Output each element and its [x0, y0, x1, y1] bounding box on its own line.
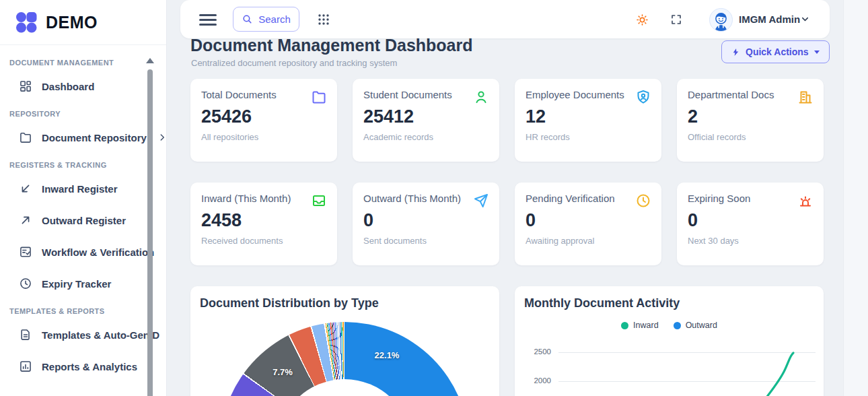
search-label: Search [258, 13, 291, 25]
stat-label: Expiring Soon [688, 193, 813, 204]
stat-value: 25412 [363, 106, 489, 127]
stat-sub: Awaiting approval [526, 236, 651, 246]
search-icon [242, 13, 253, 25]
theme-sun-icon[interactable] [636, 13, 649, 26]
donut-percent-label: 7.7% [273, 367, 293, 377]
stat-card-inward-month: Inward (This Month) 2458 Received docume… [190, 183, 337, 265]
page-subtitle: Centralized document repository and trac… [191, 58, 397, 68]
chart-card-distribution: Document Distribution by Type 22.1% 7.7% [190, 286, 499, 396]
chevron-right-icon [157, 133, 167, 142]
stat-value: 25426 [201, 106, 326, 127]
apps-grid-icon[interactable] [318, 13, 330, 26]
search-button[interactable]: Search [233, 7, 299, 32]
caret-down-icon [814, 51, 820, 54]
stat-card-pending-verification: Pending Verification 0 Awaiting approval [515, 183, 661, 265]
stats-row-1: Total Documents 25426 All repositories S… [190, 79, 824, 162]
user-avatar[interactable] [709, 8, 733, 32]
arrow-down-left-icon [19, 182, 32, 195]
sidebar-nav: DOCUMENT MANAGEMENT Dashboard REPOSITORY [0, 45, 166, 374]
user-icon [473, 89, 489, 105]
fullscreen-icon[interactable] [670, 13, 682, 26]
sidebar-item-reports-analytics[interactable]: Reports & Analytics [9, 358, 159, 374]
sidebar-item-label: Expiry Tracker [42, 278, 111, 290]
sidebar-item-templates[interactable]: Templates & Auto-Gen D [9, 327, 159, 343]
stat-sub: Official records [688, 132, 813, 142]
sidebar-item-label: Document Repository [42, 132, 147, 143]
stat-card-total-documents: Total Documents 25426 All repositories [190, 79, 337, 162]
stat-label: Outward (This Month) [363, 193, 489, 204]
stat-value: 0 [688, 210, 813, 231]
stat-sub: All repositories [201, 132, 326, 142]
nav-section-repository: REPOSITORY [9, 110, 159, 118]
stat-label: Employee Documents [526, 89, 651, 100]
nav-section-registers-tracking: REGISTERS & TRACKING [9, 161, 159, 169]
bar-chart-icon [19, 360, 32, 373]
brand-name: DEMO [46, 13, 98, 32]
stat-card-employee-documents: Employee Documents 12 HR records [515, 79, 661, 162]
stat-label: Departmental Docs [688, 89, 813, 100]
sidebar-item-expiry-tracker[interactable]: Expiry Tracker [9, 275, 159, 292]
nav-section-document-management: DOCUMENT MANAGEMENT [9, 59, 159, 67]
chart-title: Document Distribution by Type [200, 296, 379, 310]
stat-value: 2458 [201, 210, 326, 231]
folder-icon [311, 89, 327, 105]
stat-sub: Received documents [201, 236, 326, 246]
stat-card-departmental-docs: Departmental Docs 2 Official records [677, 79, 824, 162]
building-icon [797, 89, 813, 105]
sidebar-item-label: Workflow & Verification [42, 246, 154, 258]
stat-sub: Sent documents [363, 236, 489, 246]
stat-label: Inward (This Month) [201, 193, 326, 204]
checklist-icon [19, 245, 32, 259]
stat-sub: HR records [526, 132, 651, 142]
hamburger-menu-icon[interactable] [199, 14, 217, 28]
app-window: DEMO DOCUMENT MANAGEMENT Dashboard REPOS… [0, 0, 868, 396]
stat-label: Student Documents [363, 89, 489, 100]
stat-card-outward-month: Outward (This Month) 0 Sent documents [353, 183, 499, 265]
window-scroll-gutter [843, 0, 868, 396]
topbar: Search [180, 0, 830, 38]
stat-label: Total Documents [201, 89, 326, 100]
sidebar-item-inward-register[interactable]: Inward Register [9, 180, 159, 197]
brand-logo-icon [15, 11, 38, 34]
bolt-icon [731, 48, 740, 57]
page-title: Document Management Dashboard [190, 36, 473, 55]
sidebar-item-workflow-verification[interactable]: Workflow & Verification [9, 244, 159, 260]
shield-user-icon [635, 89, 651, 105]
sidebar: DEMO DOCUMENT MANAGEMENT Dashboard REPOS… [0, 0, 167, 396]
sidebar-scrollbar-up-arrow[interactable] [146, 58, 154, 63]
sidebar-item-label: Outward Register [42, 215, 126, 226]
inbox-icon [311, 193, 327, 209]
arrow-up-right-icon [19, 213, 32, 227]
stat-value: 12 [526, 106, 651, 127]
sidebar-item-dashboard[interactable]: Dashboard [9, 78, 159, 94]
stat-value: 0 [526, 210, 651, 231]
sidebar-item-label: Dashboard [42, 81, 94, 92]
stat-value: 0 [363, 210, 489, 231]
stats-row-2: Inward (This Month) 2458 Received docume… [190, 183, 824, 265]
folder-icon [19, 131, 32, 144]
user-menu[interactable]: IMGM Admin [739, 0, 800, 38]
clock-icon [635, 193, 651, 209]
stat-sub: Academic records [363, 132, 489, 142]
send-icon [473, 193, 489, 209]
document-icon [19, 328, 32, 341]
quick-actions-button[interactable]: Quick Actions [721, 40, 830, 63]
stat-card-student-documents: Student Documents 25412 Academic records [353, 79, 499, 162]
sidebar-item-document-repository[interactable]: Document Repository [9, 129, 159, 145]
nav-section-templates-reports: TEMPLATES & REPORTS [9, 307, 159, 315]
sidebar-item-label: Templates & Auto-Gen D [42, 329, 159, 341]
sidebar-item-outward-register[interactable]: Outward Register [9, 212, 159, 228]
quick-actions-label: Quick Actions [746, 46, 809, 57]
chevron-down-icon[interactable] [800, 14, 810, 24]
sidebar-item-label: Reports & Analytics [42, 361, 137, 372]
sidebar-scrollbar-thumb[interactable] [147, 69, 153, 396]
line-series-inward [515, 286, 824, 396]
chart-card-monthly-activity: Monthly Document Activity Inward Outward… [515, 286, 824, 396]
sidebar-item-label: Inward Register [42, 183, 118, 195]
brand-logo[interactable]: DEMO [0, 0, 166, 45]
donut-percent-label: 22.1% [375, 350, 400, 360]
stat-sub: Next 30 days [688, 236, 813, 246]
doughnut-chart: 22.1% 7.7% [220, 322, 469, 396]
stat-value: 2 [688, 106, 813, 127]
stat-card-expiring-soon: Expiring Soon 0 Next 30 days [677, 183, 824, 265]
